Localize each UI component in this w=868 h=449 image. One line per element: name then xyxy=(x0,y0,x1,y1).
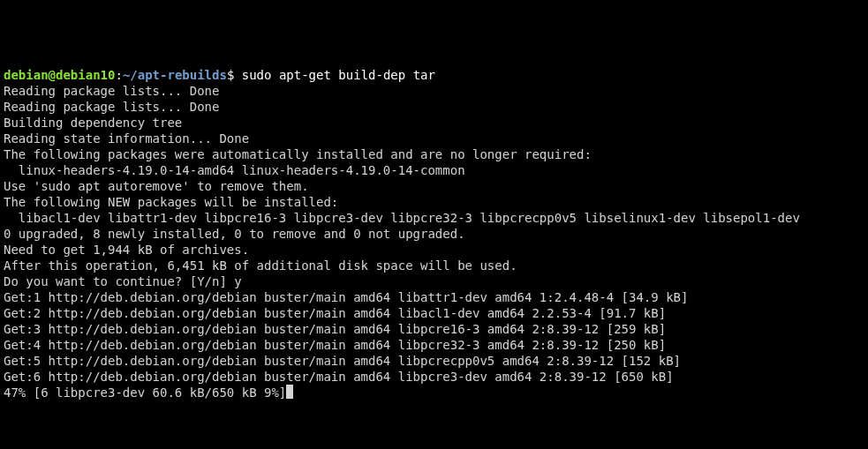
output-line: Do you want to continue? [Y/n] y xyxy=(4,274,242,288)
output-line: After this operation, 6,451 kB of additi… xyxy=(4,258,517,273)
prompt-host: debian10 xyxy=(56,68,115,82)
output-line: Get:4 http://deb.debian.org/debian buste… xyxy=(4,338,666,352)
output-line: The following NEW packages will be insta… xyxy=(4,195,338,209)
prompt-at: @ xyxy=(49,68,56,82)
output-line: Reading package lists... Done xyxy=(4,84,219,98)
prompt-line: debian@debian10:~/apt-rebuilds$ sudo apt… xyxy=(4,68,435,82)
output-line: 0 upgraded, 8 newly installed, 0 to remo… xyxy=(4,227,465,241)
progress-line: 47% [6 libpcre3-dev 60.6 kB/650 kB 9%] xyxy=(4,385,286,400)
prompt-end: $ xyxy=(227,68,242,82)
command: sudo apt-get build-dep tar xyxy=(242,68,435,82)
output-line: The following packages were automaticall… xyxy=(4,147,592,161)
prompt-path: ~/apt-rebuilds xyxy=(123,68,227,82)
output-line: linux-headers-4.19.0-14-amd64 linux-head… xyxy=(4,163,465,177)
prompt-user: debian xyxy=(4,68,49,82)
output-line: Get:2 http://deb.debian.org/debian buste… xyxy=(4,306,666,320)
output-line: Need to get 1,944 kB of archives. xyxy=(4,243,249,257)
output-line: Get:5 http://deb.debian.org/debian buste… xyxy=(4,354,681,368)
terminal[interactable]: debian@debian10:~/apt-rebuilds$ sudo apt… xyxy=(4,67,864,400)
output-line: Building dependency tree xyxy=(4,116,182,130)
prompt-sep: : xyxy=(115,68,122,82)
output-line: Get:3 http://deb.debian.org/debian buste… xyxy=(4,322,666,336)
cursor xyxy=(286,385,293,399)
output-line: Get:6 http://deb.debian.org/debian buste… xyxy=(4,370,674,384)
output-line: Reading package lists... Done xyxy=(4,100,219,114)
output-line: Get:1 http://deb.debian.org/debian buste… xyxy=(4,290,688,304)
output-line: Use 'sudo apt autoremove' to remove them… xyxy=(4,179,309,193)
output-line: libacl1-dev libattr1-dev libpcre16-3 lib… xyxy=(4,211,800,225)
output-line: Reading state information... Done xyxy=(4,131,249,146)
